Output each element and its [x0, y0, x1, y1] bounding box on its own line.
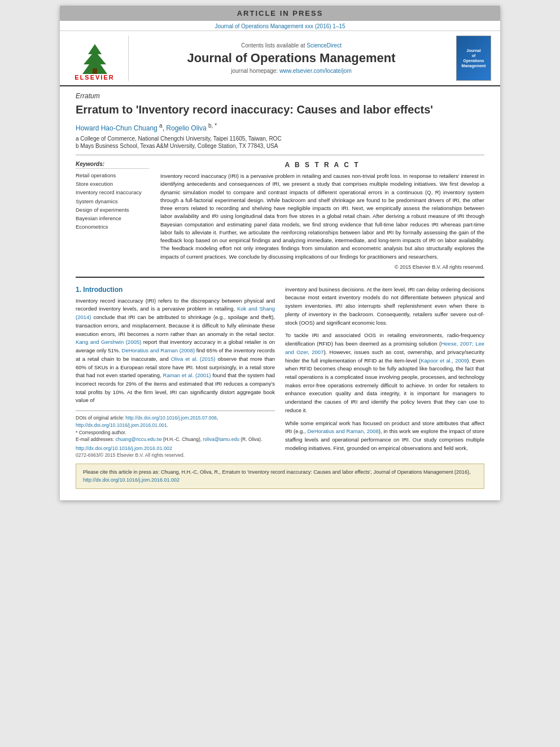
keyword-5: Design of experiments [76, 206, 149, 214]
email-note: E-mail addresses: chuang@nccu.edu.tw (H.… [76, 436, 275, 443]
elsevier-logo: ELSEVIER [67, 36, 129, 81]
erratum-label: Erratum [76, 92, 484, 100]
jom-logo-inner: JournalofOperationsManagement [456, 36, 491, 81]
body-right-col: inventory and business decisions. At the… [285, 286, 484, 458]
doi-article-link[interactable]: http://dx.doi.org/10.1016/j.jom.2016.01.… [76, 445, 275, 451]
kok-shang-link[interactable]: Kok and Shang (2014) [76, 305, 275, 320]
dehoratius-raman-link[interactable]: DeHoratius and Raman (2008) [122, 347, 195, 353]
intro-paragraph2: inventory and business decisions. At the… [285, 286, 484, 327]
banner-text: ARTICLE IN PRESS [237, 9, 323, 18]
citation-doi-link[interactable]: http://dx.doi.org/10.1016/j.jom.2016.01.… [83, 477, 180, 483]
keywords-title: Keywords: [76, 161, 149, 169]
homepage-url[interactable]: www.elsevier.com/locate/jom [279, 68, 352, 74]
sciencedirect-link[interactable]: ScienceDirect [307, 42, 342, 49]
author-rogelio: Rogelio Oliva [166, 124, 206, 132]
intro-paragraph1: Inventory record inaccuracy (IRI) refers… [76, 297, 275, 405]
abstract-text: Inventory record inaccuracy (IRI) is a p… [160, 172, 484, 261]
abstract-title: A B S T R A C T [160, 161, 484, 169]
sciencedirect-line: Contents lists available at ScienceDirec… [241, 42, 342, 49]
svg-rect-1 [93, 68, 97, 74]
journal-main-title: Journal of Operations Management [187, 51, 395, 65]
article-in-press-banner: ARTICLE IN PRESS [60, 6, 500, 21]
sciencedirect-prefix: Contents lists available at [241, 42, 307, 49]
dehoratius-raman2-link[interactable]: DeHoratius and Raman, 2008 [307, 428, 378, 434]
email1-link[interactable]: chuang@nccu.edu.tw [115, 436, 161, 442]
email2-link[interactable]: roliva@tamu.edu [203, 436, 239, 442]
section-number: 1. [76, 286, 81, 294]
paper-title: Erratum to 'Inventory record inaccuracy:… [76, 102, 484, 117]
keyword-2: Store execution [76, 180, 149, 188]
citation-text: Please cite this article in press as: Ch… [83, 469, 477, 484]
intro-paragraph3: To tackle IRI and associated OOS in reta… [285, 331, 484, 414]
keyword-7: Econometrics [76, 222, 149, 231]
elsevier-tree-icon [72, 43, 117, 74]
divider-after-affiliations [76, 155, 484, 155]
authors-line: Howard Hao-Chun Chuang a, Rogelio Oliva … [76, 123, 484, 132]
abstract-column: A B S T R A C T Inventory record inaccur… [160, 161, 484, 270]
body-left-col: 1. Introduction Inventory record inaccur… [76, 286, 275, 458]
heese-link[interactable]: Heese, 2007; Lee and Ozer, 2007 [285, 340, 484, 355]
author-howard: Howard Hao-Chun Chuang [76, 124, 158, 132]
intro-paragraph4: While some empirical work has focused on… [285, 420, 484, 453]
issn-line: 0272-6963/© 2015 Elsevier B.V. All right… [76, 452, 275, 458]
journal-title-center: Contents lists available at ScienceDirec… [134, 36, 448, 81]
keyword-6: Bayesian inference [76, 214, 149, 222]
kang-gershwin-link[interactable]: Kang and Gershwin (2005) [76, 339, 141, 345]
homepage-line: journal homepage: www.elsevier.com/locat… [231, 68, 351, 74]
keywords-abstract-section: Keywords: Retail operations Store execut… [76, 161, 484, 270]
citation-bar: Please cite this article in press as: Ch… [76, 464, 484, 489]
section-label: Introduction [83, 286, 123, 294]
keyword-4: System dynamics [76, 197, 149, 206]
raman-link[interactable]: Raman et al. (2001) [163, 372, 211, 378]
affiliation-b: b Mays Business School, Texas A&M Univer… [76, 143, 484, 149]
corresponding-note: * Corresponding author. [76, 429, 275, 436]
main-content: Erratum Erratum to 'Inventory record ina… [60, 86, 500, 500]
journal-header: ELSEVIER Contents lists available at Sci… [60, 31, 500, 86]
elsevier-text: ELSEVIER [75, 74, 114, 81]
journal-ref-text: Journal of Operations Management xxx (20… [215, 23, 345, 29]
kapoor-link[interactable]: Kapoor et al., 2009 [421, 357, 467, 364]
journal-ref-line: Journal of Operations Management xxx (20… [60, 21, 500, 31]
doi-link-2[interactable]: http://dx.doi.org/10.1016/j.jom.2016.01.… [76, 422, 167, 428]
jom-logo-box: JournalofOperationsManagement [454, 36, 493, 81]
copyright-line: © 2015 Elsevier B.V. All rights reserved… [160, 264, 484, 270]
jom-logo-text: JournalofOperationsManagement [462, 48, 486, 68]
intro-section-title: 1. Introduction [76, 286, 275, 294]
body-section: 1. Introduction Inventory record inaccur… [76, 286, 484, 458]
divider-after-abstract [76, 277, 484, 278]
footnote-area: DOIs of original article: http://dx.doi.… [76, 410, 275, 458]
keyword-3: Inventory record inaccuracy [76, 188, 149, 196]
affil-b: b, * [208, 123, 217, 129]
affiliation-a: a College of Commerce, National Chengchi… [76, 136, 484, 142]
doi-link-1[interactable]: http://dx.doi.org/10.1016/j.jom.2015.07.… [125, 415, 217, 421]
affil-a: a [159, 123, 163, 129]
footnote-doi: DOIs of original article: http://dx.doi.… [76, 414, 275, 429]
homepage-prefix: journal homepage: [231, 68, 279, 74]
page: ARTICLE IN PRESS Journal of Operations M… [60, 6, 500, 500]
oliva-link[interactable]: Oliva et al. (2015) [171, 356, 216, 362]
keyword-1: Retail operations [76, 171, 149, 180]
keywords-column: Keywords: Retail operations Store execut… [76, 161, 149, 270]
